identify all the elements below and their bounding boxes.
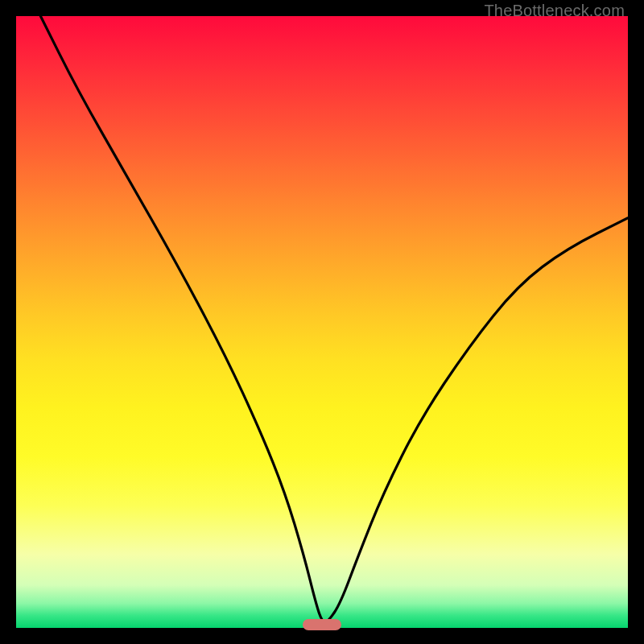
optimum-marker — [303, 619, 341, 630]
plot-area — [16, 16, 628, 628]
bottleneck-curve — [16, 16, 628, 628]
watermark-text: TheBottleneck.com — [484, 2, 625, 20]
chart-frame: TheBottleneck.com — [0, 0, 644, 644]
